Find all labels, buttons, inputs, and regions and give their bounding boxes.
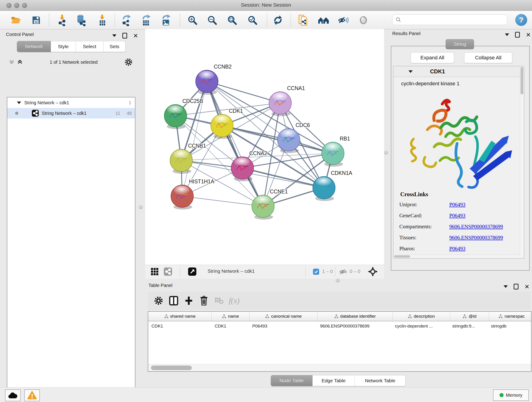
- clone-network-button[interactable]: [297, 13, 310, 27]
- save-session-button[interactable]: [30, 13, 43, 27]
- tab-sets[interactable]: Sets: [104, 41, 126, 52]
- column-header-description[interactable]: description: [393, 312, 450, 321]
- crosslink-row: Pharos:P06493: [399, 246, 524, 252]
- crosslink-link[interactable]: P06493: [449, 213, 465, 219]
- tab-node-table[interactable]: Node Table: [271, 375, 312, 386]
- memory-button[interactable]: Memory: [493, 389, 529, 401]
- warnings-button[interactable]: [24, 389, 40, 401]
- zoom-out-button[interactable]: [206, 13, 219, 27]
- network-node-CDK1[interactable]: [211, 114, 233, 139]
- panel-menu-icon[interactable]: [504, 285, 508, 288]
- float-panel-icon[interactable]: [122, 33, 127, 38]
- import-database-button[interactable]: [75, 13, 88, 27]
- results-panel: Results Panel ✕ String Expand All Collap…: [388, 29, 532, 274]
- network-node-HIST1H1A[interactable]: [171, 185, 193, 210]
- string-panel-toggle-button[interactable]: [162, 265, 174, 278]
- node-label-CDK1: CDK1: [229, 108, 243, 114]
- column-header--id[interactable]: @id: [450, 312, 489, 321]
- crosslink-link[interactable]: P06493: [449, 202, 465, 208]
- selected-indicator-checkbox[interactable]: [313, 269, 319, 275]
- network-row[interactable]: String Network – cdk1 11 48: [7, 108, 135, 119]
- search-input[interactable]: [404, 15, 507, 24]
- function-builder-button[interactable]: f(x): [227, 293, 242, 308]
- close-panel-icon[interactable]: ✕: [133, 33, 138, 38]
- panel-menu-icon[interactable]: [505, 33, 509, 36]
- network-node-CCNB2[interactable]: [196, 70, 218, 95]
- node-label-CCNB2: CCNB2: [214, 64, 232, 70]
- network-node-CDKN1A[interactable]: [313, 177, 335, 201]
- tab-edge-table[interactable]: Edge Table: [312, 375, 355, 386]
- close-panel-icon[interactable]: ✕: [526, 32, 531, 37]
- left-splitter-handle[interactable]: [139, 205, 143, 209]
- zoom-fit-button[interactable]: [225, 13, 239, 27]
- table-cell: 9606.ENSP00000378699: [317, 324, 392, 329]
- right-splitter-handle[interactable]: [384, 151, 388, 154]
- memory-label: Memory: [506, 393, 522, 398]
- tab-network[interactable]: Network: [17, 41, 51, 52]
- network-node-CCNE1[interactable]: [252, 195, 274, 220]
- network-node-CDC6[interactable]: [278, 128, 300, 153]
- export-image-button[interactable]: [159, 13, 172, 27]
- collapse-all-button[interactable]: Collapse All: [464, 52, 512, 63]
- horizontal-scrollbar[interactable]: [394, 255, 520, 258]
- control-panel-title: Control Panel: [6, 32, 34, 37]
- close-panel-icon[interactable]: ✕: [525, 284, 530, 289]
- refresh-button[interactable]: [271, 13, 285, 27]
- column-header-shared-name[interactable]: shared name: [148, 312, 212, 321]
- delete-column-button[interactable]: [196, 293, 211, 308]
- delete-table-button[interactable]: [211, 293, 227, 308]
- crosslink-label: Tissues:: [399, 235, 449, 241]
- zoom-in-button[interactable]: [186, 13, 199, 27]
- show-all-button[interactable]: [357, 13, 370, 27]
- crosslink-link[interactable]: 9606.ENSP00000378699: [449, 224, 503, 230]
- export-table-button[interactable]: [139, 13, 152, 27]
- tab-network-table[interactable]: Network Table: [355, 375, 405, 386]
- network-node-CCNA1[interactable]: [269, 92, 291, 116]
- show-columns-button[interactable]: [166, 293, 181, 308]
- import-table-button[interactable]: [95, 13, 109, 27]
- gear-icon[interactable]: [124, 58, 133, 66]
- network-node-CCNA2[interactable]: [231, 157, 254, 181]
- birdseye-view-button[interactable]: [148, 265, 161, 278]
- network-node-RB1[interactable]: [322, 142, 344, 167]
- cloud-status-button[interactable]: [5, 389, 21, 401]
- table-row[interactable]: CDK1CDK1P064939606.ENSP00000378699cyclin…: [148, 321, 531, 331]
- hide-selected-button[interactable]: [337, 13, 350, 27]
- vertical-scrollbar[interactable]: [520, 66, 524, 258]
- first-neighbors-button[interactable]: [317, 13, 330, 27]
- collapse-collection-icon[interactable]: [17, 102, 21, 104]
- expand-all-button[interactable]: Expand All: [411, 52, 454, 63]
- table-horizontal-scrollbar[interactable]: [148, 364, 531, 371]
- column-header-canonical-name[interactable]: canonical name: [249, 312, 317, 321]
- network-canvas[interactable]: CCNB2CCNA1CDC25BCDK1CDC6RB1CCNB1CCNA2CDK…: [145, 29, 384, 265]
- crosslink-link[interactable]: P06493: [449, 246, 465, 252]
- expand-all-networks-icon[interactable]: [17, 59, 23, 65]
- network-collection-row[interactable]: String Network – cdk1 1: [7, 97, 135, 108]
- create-column-button[interactable]: [181, 293, 196, 308]
- column-header-name[interactable]: name: [212, 312, 249, 321]
- open-file-button[interactable]: [9, 13, 23, 27]
- tab-string[interactable]: String: [446, 39, 474, 49]
- panel-menu-icon[interactable]: [112, 34, 116, 37]
- table-settings-button[interactable]: [151, 293, 166, 308]
- column-header-database-identifier[interactable]: database identifier: [317, 312, 393, 321]
- import-network-button[interactable]: [56, 13, 69, 27]
- network-node-CDC25B[interactable]: [164, 104, 187, 129]
- collapse-all-networks-icon[interactable]: [9, 59, 15, 65]
- network-node-CCNB1[interactable]: [170, 149, 192, 174]
- export-network-button[interactable]: [120, 13, 133, 27]
- node-label-RB1: RB1: [340, 136, 350, 142]
- node-label-CCNA1: CCNA1: [287, 85, 305, 91]
- open-in-string-button[interactable]: [186, 265, 198, 278]
- fit-content-button[interactable]: [367, 265, 379, 278]
- help-button[interactable]: ?: [515, 14, 527, 26]
- zoom-selected-button[interactable]: [246, 13, 259, 27]
- crosslink-link[interactable]: 9606.ENSP00000378699: [449, 235, 503, 241]
- tab-select[interactable]: Select: [76, 41, 104, 52]
- gene-section-header[interactable]: CDK1: [393, 66, 524, 77]
- float-panel-icon[interactable]: [514, 284, 519, 289]
- tab-style[interactable]: Style: [51, 41, 76, 52]
- column-header-namespac[interactable]: namespac: [489, 312, 532, 321]
- collection-name: String Network – cdk1: [24, 100, 69, 105]
- float-panel-icon[interactable]: [515, 32, 520, 38]
